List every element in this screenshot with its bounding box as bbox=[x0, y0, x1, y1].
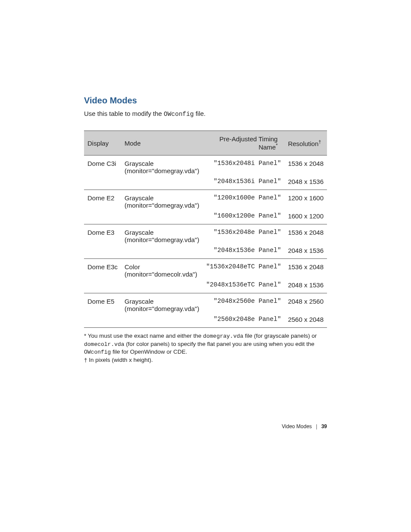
cell-display: Dome E3c bbox=[84, 259, 121, 280]
table-row: Dome E3cColor(monitor="domecolr.vda")"15… bbox=[84, 259, 327, 280]
table-row: "2048x1536i Panel"2048 x 1536 bbox=[84, 176, 327, 190]
page-content: Video Modes Use this table to modify the… bbox=[0, 0, 411, 364]
col-timing-label: Pre-Adjusted Timing Name bbox=[219, 135, 277, 151]
cell-timing: "1536x2048e Panel" bbox=[202, 224, 284, 246]
table-row: Dome C3iGrayscale(monitor="domegray.vda"… bbox=[84, 156, 327, 177]
cell-display bbox=[84, 314, 121, 327]
table-row: Dome E2Grayscale(monitor="domegray.vda")… bbox=[84, 190, 327, 211]
cell-timing: "2048x1536eTC Panel" bbox=[202, 280, 284, 293]
col-resolution-label: Resolution bbox=[288, 140, 318, 147]
table-row: "2048x1536e Panel"2048 x 1536 bbox=[84, 245, 327, 259]
intro-text-post: file. bbox=[194, 110, 206, 117]
table-row: "1600x1200e Panel"1600 x 1200 bbox=[84, 211, 327, 224]
page-footer: Video Modes | 39 bbox=[282, 423, 327, 429]
cell-resolution: 2048 x 1536 bbox=[284, 280, 327, 293]
cell-mode bbox=[121, 245, 202, 259]
table-row: "2048x1536eTC Panel"2048 x 1536 bbox=[84, 280, 327, 293]
cell-mode: Grayscale(monitor="domegray.vda") bbox=[121, 293, 202, 314]
cell-mode: Grayscale(monitor="domegray.vda") bbox=[121, 224, 202, 246]
cell-display: Dome E3 bbox=[84, 224, 121, 246]
mode-monitor: (monitor="domegray.vda") bbox=[125, 305, 199, 312]
cell-timing: "2560x2048e Panel" bbox=[202, 314, 284, 327]
mode-label: Grayscale bbox=[125, 229, 199, 236]
mode-monitor: (monitor="domegray.vda") bbox=[125, 167, 199, 174]
cell-display: Dome E2 bbox=[84, 190, 121, 211]
fn-star-mid2: (for color panels) to specify the flat p… bbox=[125, 341, 314, 347]
mode-monitor: (monitor="domegray.vda") bbox=[125, 202, 199, 209]
cell-resolution: 1536 x 2048 bbox=[284, 259, 327, 280]
cell-display bbox=[84, 280, 121, 293]
intro-text-pre: Use this table to modify the bbox=[84, 110, 164, 117]
col-display: Display bbox=[84, 131, 121, 156]
table-row: Dome E3Grayscale(monitor="domegray.vda")… bbox=[84, 224, 327, 246]
mode-label: Grayscale bbox=[125, 194, 199, 202]
cell-resolution: 2048 x 1536 bbox=[284, 245, 327, 259]
cell-mode: Grayscale(monitor="domegray.vda") bbox=[121, 190, 202, 211]
footer-page-number: 39 bbox=[321, 423, 327, 429]
video-modes-table: Display Mode Pre-Adjusted Timing Name* R… bbox=[84, 131, 327, 327]
intro-paragraph: Use this table to modify the OWconfig fi… bbox=[84, 110, 327, 118]
fn-star-code3: OWconfig bbox=[84, 349, 111, 355]
mode-monitor: (monitor="domegray.vda") bbox=[125, 236, 199, 243]
cell-mode: Grayscale(monitor="domegray.vda") bbox=[121, 156, 202, 177]
cell-timing: "2048x2560e Panel" bbox=[202, 293, 284, 314]
cell-resolution: 2048 x 2560 bbox=[284, 293, 327, 314]
table-row: "2560x2048e Panel"2560 x 2048 bbox=[84, 314, 327, 327]
cell-resolution: 1200 x 1600 bbox=[284, 190, 327, 211]
footer-section: Video Modes bbox=[282, 423, 312, 429]
footer-sep: | bbox=[316, 423, 317, 429]
cell-mode bbox=[121, 176, 202, 190]
col-resolution-sup: † bbox=[318, 139, 321, 144]
mode-label: Grayscale bbox=[125, 298, 199, 305]
cell-mode: Color(monitor="domecolr.vda") bbox=[121, 259, 202, 280]
col-timing: Pre-Adjusted Timing Name* bbox=[202, 131, 284, 156]
intro-code: OWconfig bbox=[164, 111, 194, 118]
cell-display: Dome C3i bbox=[84, 156, 121, 177]
section-heading: Video Modes bbox=[84, 96, 327, 106]
fn-star-code2: domecolr.vda bbox=[84, 341, 125, 348]
cell-resolution: 1536 x 2048 bbox=[284, 224, 327, 246]
mode-label: Grayscale bbox=[125, 160, 199, 167]
mode-label: Color bbox=[125, 263, 199, 271]
cell-timing: "1600x1200e Panel" bbox=[202, 211, 284, 224]
cell-resolution: 2048 x 1536 bbox=[284, 176, 327, 190]
fn-star-mid1: file (for grayscale panels) or bbox=[243, 333, 317, 339]
cell-display bbox=[84, 245, 121, 259]
cell-display: Dome E5 bbox=[84, 293, 121, 314]
cell-timing: "1536x2048eTC Panel" bbox=[202, 259, 284, 280]
cell-mode bbox=[121, 211, 202, 224]
table-bottom-rule bbox=[84, 327, 327, 328]
table-body: Dome C3iGrayscale(monitor="domegray.vda"… bbox=[84, 156, 327, 328]
fn-star-code1: domegray.vda bbox=[203, 333, 243, 339]
cell-timing: "1200x1600e Panel" bbox=[202, 190, 284, 211]
cell-resolution: 1600 x 1200 bbox=[284, 211, 327, 224]
cell-mode bbox=[121, 314, 202, 327]
cell-timing: "1536x2048i Panel" bbox=[202, 156, 284, 177]
table-header-row: Display Mode Pre-Adjusted Timing Name* R… bbox=[84, 131, 327, 156]
table-row: Dome E5Grayscale(monitor="domegray.vda")… bbox=[84, 293, 327, 314]
cell-display bbox=[84, 211, 121, 224]
cell-timing: "2048x1536i Panel" bbox=[202, 176, 284, 190]
cell-resolution: 1536 x 2048 bbox=[284, 156, 327, 177]
fn-star-post: file for OpenWindow or CDE. bbox=[111, 348, 187, 355]
col-resolution: Resolution† bbox=[284, 131, 327, 156]
cell-display bbox=[84, 176, 121, 190]
fn-star-pre: * You must use the exact name and either… bbox=[84, 333, 203, 339]
mode-monitor: (monitor="domecolr.vda") bbox=[125, 271, 199, 278]
col-mode: Mode bbox=[121, 131, 202, 156]
footnote-star: * You must use the exact name and either… bbox=[84, 332, 327, 356]
footnotes: * You must use the exact name and either… bbox=[84, 332, 327, 364]
cell-resolution: 2560 x 2048 bbox=[284, 314, 327, 327]
col-timing-sup: * bbox=[276, 143, 277, 148]
footnote-dagger: † In pixels (width x height). bbox=[84, 356, 327, 364]
cell-timing: "2048x1536e Panel" bbox=[202, 245, 284, 259]
cell-mode bbox=[121, 280, 202, 293]
